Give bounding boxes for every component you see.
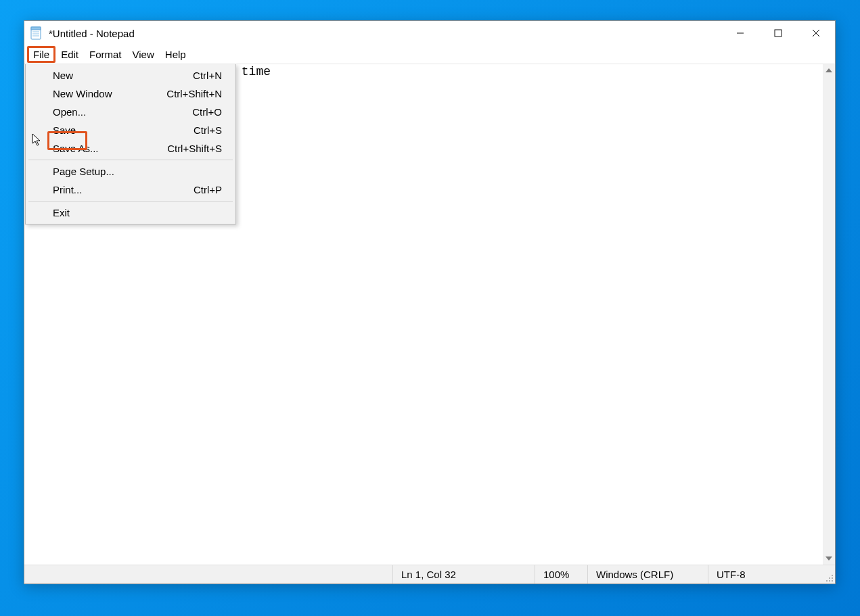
file-dropdown-menu: New Ctrl+N New Window Ctrl+Shift+N Open.… bbox=[25, 64, 236, 224]
menu-help[interactable]: Help bbox=[160, 47, 191, 62]
menuitem-exit[interactable]: Exit bbox=[27, 204, 234, 222]
svg-rect-1 bbox=[31, 27, 41, 30]
menuitem-label: Exit bbox=[53, 207, 222, 218]
menuitem-shortcut: Ctrl+S bbox=[194, 124, 222, 136]
menuitem-new[interactable]: New Ctrl+N bbox=[27, 66, 234, 85]
vertical-scrollbar[interactable] bbox=[823, 64, 835, 565]
svg-point-10 bbox=[829, 580, 830, 582]
menu-format[interactable]: Format bbox=[84, 47, 127, 62]
minimize-button[interactable] bbox=[721, 21, 759, 45]
menuitem-page-setup[interactable]: Page Setup... bbox=[27, 162, 234, 181]
menu-separator bbox=[28, 160, 233, 160]
maximize-button[interactable] bbox=[759, 21, 797, 45]
menu-bar: File Edit Format View Help bbox=[24, 45, 835, 64]
editor-visible-text: time bbox=[234, 65, 271, 78]
svg-point-9 bbox=[832, 580, 833, 582]
svg-rect-6 bbox=[775, 30, 782, 37]
menu-edit[interactable]: Edit bbox=[55, 47, 84, 62]
menuitem-label: Print... bbox=[53, 184, 194, 195]
menuitem-label: Open... bbox=[53, 106, 192, 118]
notepad-app-icon bbox=[30, 26, 43, 40]
menu-file[interactable]: File bbox=[27, 46, 55, 63]
menuitem-label: Save As... bbox=[53, 143, 167, 154]
menuitem-shortcut: Ctrl+Shift+S bbox=[167, 143, 222, 154]
status-encoding: UTF-8 bbox=[708, 565, 823, 584]
menuitem-label: Save bbox=[53, 124, 194, 136]
menuitem-label: New Window bbox=[53, 88, 166, 99]
menuitem-new-window[interactable]: New Window Ctrl+Shift+N bbox=[27, 85, 234, 103]
menuitem-open[interactable]: Open... Ctrl+O bbox=[27, 103, 234, 121]
svg-point-12 bbox=[826, 580, 828, 582]
menuitem-label: New bbox=[53, 70, 193, 81]
menuitem-save[interactable]: Save Ctrl+S bbox=[27, 121, 234, 139]
statusbar-spacer bbox=[24, 565, 392, 584]
menuitem-print[interactable]: Print... Ctrl+P bbox=[27, 181, 234, 199]
menuitem-shortcut: Ctrl+N bbox=[193, 70, 222, 81]
status-line-ending: Windows (CRLF) bbox=[587, 565, 708, 584]
resize-grip-icon[interactable] bbox=[823, 565, 835, 584]
status-cursor-position: Ln 1, Col 32 bbox=[392, 565, 535, 584]
menu-separator bbox=[28, 201, 233, 202]
window-title: *Untitled - Notepad bbox=[49, 28, 135, 39]
menuitem-save-as[interactable]: Save As... Ctrl+Shift+S bbox=[27, 139, 234, 158]
menu-view[interactable]: View bbox=[127, 47, 160, 62]
notepad-window: *Untitled - Notepad File Edit Format Vie… bbox=[24, 20, 836, 584]
menuitem-shortcut: Ctrl+O bbox=[192, 106, 222, 118]
window-controls bbox=[721, 21, 835, 45]
menuitem-shortcut: Ctrl+P bbox=[194, 184, 222, 195]
editor-area: time New Ctrl+N New Window Ctrl+Shift+N … bbox=[24, 64, 835, 565]
menuitem-label: Page Setup... bbox=[53, 166, 222, 177]
status-zoom: 100% bbox=[535, 565, 587, 584]
scroll-up-icon[interactable] bbox=[823, 64, 835, 76]
menuitem-shortcut: Ctrl+Shift+N bbox=[166, 88, 222, 99]
close-button[interactable] bbox=[797, 21, 835, 45]
svg-point-11 bbox=[832, 577, 833, 579]
status-bar: Ln 1, Col 32 100% Windows (CRLF) UTF-8 bbox=[24, 565, 835, 584]
titlebar[interactable]: *Untitled - Notepad bbox=[24, 21, 835, 45]
scroll-down-icon[interactable] bbox=[823, 552, 835, 565]
svg-point-14 bbox=[832, 575, 833, 576]
svg-point-13 bbox=[829, 577, 830, 579]
